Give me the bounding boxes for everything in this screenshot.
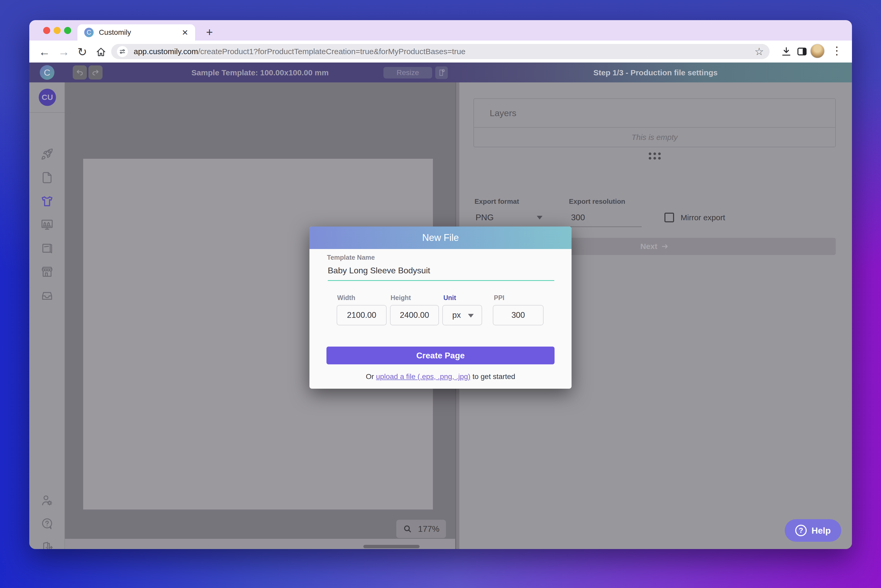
- pages-icon[interactable]: [40, 242, 54, 255]
- monitor-design-icon[interactable]: [40, 218, 54, 231]
- url-path: /createProduct1?forProductTemplateCreati…: [198, 47, 465, 56]
- unit-select[interactable]: px: [442, 305, 482, 326]
- site-settings-icon[interactable]: [117, 46, 128, 57]
- export-format-select[interactable]: PNG: [476, 213, 494, 222]
- width-input[interactable]: [337, 305, 387, 326]
- store-icon[interactable]: [40, 265, 54, 279]
- forward-icon[interactable]: →: [58, 45, 70, 58]
- height-label: Height: [390, 294, 411, 302]
- unit-label: Unit: [443, 294, 456, 302]
- ppi-input[interactable]: [493, 305, 543, 326]
- help-button[interactable]: ? Help: [785, 519, 841, 542]
- export-format-label: Export format: [474, 198, 519, 206]
- upload-file-link[interactable]: upload a file (.eps, .png, .jpg): [376, 372, 470, 381]
- help-label: Help: [811, 525, 831, 536]
- template-name-input[interactable]: [328, 266, 554, 281]
- customily-logo-icon: C: [40, 65, 54, 80]
- browser-toolbar: ← → ↻ app.customily.com/createProduct1?f…: [29, 40, 852, 63]
- modal-footer-text: Or upload a file (.eps, .png, .jpg) to g…: [309, 372, 572, 381]
- url-host: app.customily.com: [134, 47, 198, 56]
- inbox-icon[interactable]: [40, 288, 54, 302]
- bookmark-star-icon[interactable]: ☆: [754, 45, 764, 57]
- tab-title: Customily: [99, 28, 177, 37]
- question-icon: ?: [795, 525, 807, 536]
- zoom-indicator[interactable]: 177%: [396, 520, 446, 538]
- minimize-window-button[interactable]: [54, 27, 61, 34]
- back-icon[interactable]: ←: [39, 45, 50, 58]
- horizontal-scrollbar[interactable]: [363, 545, 420, 548]
- browser-menu-icon[interactable]: ⋮: [831, 44, 842, 57]
- next-button-label: Next: [640, 242, 657, 251]
- unit-value: px: [452, 310, 461, 320]
- home-icon[interactable]: [95, 46, 107, 59]
- layers-panel: Layers This is empty: [473, 98, 836, 147]
- tab-strip: C Customily ✕ +: [29, 20, 852, 40]
- tab-favicon-icon: C: [84, 28, 94, 37]
- tshirt-icon[interactable]: [40, 194, 54, 208]
- new-file-modal: New File Template Name Width Height Unit…: [309, 226, 572, 388]
- account-avatar[interactable]: CU: [39, 88, 56, 106]
- close-window-button[interactable]: [43, 27, 50, 34]
- drag-handle-icon[interactable]: [459, 153, 850, 159]
- arrow-right-icon: [661, 243, 669, 250]
- download-icon[interactable]: [780, 46, 792, 58]
- resolution-underline: [569, 226, 642, 227]
- format-dropdown-arrow[interactable]: [537, 216, 543, 219]
- file-icon[interactable]: [40, 171, 54, 184]
- layers-empty-text: This is empty: [474, 128, 835, 147]
- export-resolution-input[interactable]: 300: [571, 213, 585, 222]
- side-panel-icon[interactable]: [796, 46, 808, 58]
- reload-icon[interactable]: ↻: [77, 45, 87, 58]
- sidebar-divider: [29, 112, 65, 113]
- browser-tab[interactable]: C Customily ✕: [77, 24, 195, 40]
- unit-dropdown-arrow: [468, 314, 474, 318]
- mirror-export-checkbox[interactable]: [665, 213, 674, 222]
- url-bar[interactable]: app.customily.com/createProduct1?forProd…: [111, 44, 770, 59]
- footer-suffix: to get started: [470, 372, 515, 381]
- profile-avatar[interactable]: [810, 44, 825, 58]
- new-tab-button[interactable]: +: [206, 26, 213, 39]
- modal-header: New File: [309, 226, 572, 249]
- width-label: Width: [337, 294, 355, 302]
- app-sidebar: CU: [29, 82, 65, 549]
- undo-button[interactable]: [73, 65, 87, 80]
- resize-button[interactable]: Resize: [383, 67, 432, 78]
- help-bubble-icon[interactable]: [40, 517, 54, 531]
- template-name-label: Template Name: [327, 254, 375, 261]
- footer-prefix: Or: [366, 372, 376, 381]
- url-text: app.customily.com/createProduct1?forProd…: [134, 47, 749, 56]
- layers-title: Layers: [474, 99, 835, 128]
- ppi-label: PPI: [494, 294, 504, 302]
- logout-icon[interactable]: [40, 541, 54, 549]
- account-settings-icon[interactable]: [40, 494, 54, 507]
- height-input[interactable]: [390, 305, 439, 326]
- template-title: Sample Template: 100.00x100.00 mm: [192, 68, 329, 77]
- maximize-window-button[interactable]: [64, 27, 71, 34]
- create-page-button[interactable]: Create Page: [326, 346, 555, 364]
- add-page-button[interactable]: [435, 66, 448, 79]
- step-title: Step 1/3 - Production file settings: [593, 68, 717, 77]
- export-resolution-label: Export resolution: [569, 198, 625, 206]
- magnifier-icon: [403, 524, 412, 534]
- rocket-icon[interactable]: [40, 147, 54, 161]
- app-header: C Sample Template: 100.00x100.00 mm Resi…: [29, 63, 852, 82]
- redo-button[interactable]: [89, 65, 102, 80]
- zoom-value: 177%: [418, 524, 440, 534]
- browser-window: C Customily ✕ + ← → ↻ app.customily.com/…: [29, 20, 852, 549]
- tab-close-icon[interactable]: ✕: [182, 28, 188, 37]
- mirror-export-label: Mirror export: [681, 213, 725, 222]
